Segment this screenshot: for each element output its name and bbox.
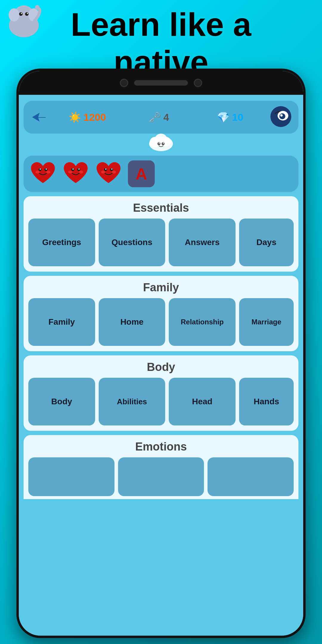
svg-point-4 bbox=[19, 12, 23, 16]
svg-point-32 bbox=[79, 171, 83, 174]
cloud-mascot-svg bbox=[148, 129, 174, 153]
letter-a: A bbox=[136, 165, 147, 183]
item-relationship[interactable]: Relationship bbox=[169, 298, 236, 346]
family-grid: Family Home Relationship Marriage bbox=[28, 298, 294, 346]
camera-right bbox=[194, 79, 202, 87]
svg-point-2 bbox=[9, 8, 19, 21]
letter-box-a[interactable]: A bbox=[128, 160, 155, 187]
svg-point-20 bbox=[163, 143, 164, 144]
item-hands[interactable]: Hands bbox=[239, 378, 294, 425]
svg-point-5 bbox=[25, 12, 29, 16]
item-emotion-3[interactable] bbox=[208, 457, 294, 496]
svg-point-38 bbox=[112, 171, 116, 174]
camera-left bbox=[120, 79, 128, 87]
phone-top-bar bbox=[19, 71, 303, 95]
svg-point-23 bbox=[40, 168, 41, 170]
svg-point-6 bbox=[21, 13, 22, 14]
emotions-grid bbox=[28, 457, 294, 496]
item-marriage[interactable]: Marriage bbox=[239, 298, 294, 346]
emotions-title: Emotions bbox=[28, 440, 294, 453]
svg-point-8 bbox=[35, 5, 40, 10]
svg-point-30 bbox=[78, 168, 80, 170]
body-grid: Body Abilities Head Hands bbox=[28, 378, 294, 425]
item-head[interactable]: Head bbox=[169, 378, 236, 425]
phone-frame: ☀️ 1200 🗝️ 4 💎 10 bbox=[16, 69, 306, 638]
heart-2 bbox=[62, 161, 89, 187]
svg-point-26 bbox=[46, 171, 50, 174]
mascot-elephant bbox=[4, 4, 43, 41]
svg-point-19 bbox=[159, 143, 160, 144]
key-icon: 🗝️ bbox=[148, 111, 161, 123]
gem-value: 10 bbox=[232, 112, 243, 123]
hearts-row: A bbox=[24, 156, 298, 192]
heart-3 bbox=[95, 161, 122, 187]
item-home[interactable]: Home bbox=[99, 298, 165, 346]
svg-point-12 bbox=[280, 114, 283, 117]
xp-value: 1200 bbox=[83, 112, 106, 123]
item-greetings[interactable]: Greetings bbox=[28, 219, 95, 266]
item-answers[interactable]: Answers bbox=[169, 219, 236, 266]
key-stat: 🗝️ 4 bbox=[128, 111, 190, 123]
item-questions[interactable]: Questions bbox=[99, 219, 165, 266]
body-title: Body bbox=[28, 361, 294, 374]
essentials-section: Essentials Greetings Questions Answers D… bbox=[24, 196, 298, 272]
gem-stat: 💎 10 bbox=[199, 111, 261, 123]
body-section: Body Body Abilities Head Hands bbox=[24, 355, 298, 431]
svg-point-29 bbox=[72, 168, 74, 170]
svg-point-11 bbox=[279, 113, 285, 119]
item-body[interactable]: Body bbox=[28, 378, 95, 425]
back-arrow-icon[interactable] bbox=[31, 111, 47, 123]
item-emotion-2[interactable] bbox=[118, 457, 204, 496]
item-emotion-1[interactable] bbox=[28, 457, 114, 496]
essentials-grid: Greetings Questions Answers Days bbox=[28, 219, 294, 266]
heart-1 bbox=[30, 161, 56, 187]
phone-screen: ☀️ 1200 🗝️ 4 💎 10 bbox=[19, 71, 303, 636]
svg-point-37 bbox=[101, 171, 105, 174]
family-section: Family Family Home Relationship Marriage bbox=[24, 276, 298, 351]
eye-mascot[interactable] bbox=[270, 106, 291, 128]
emotions-section: Emotions bbox=[24, 435, 298, 499]
item-days[interactable]: Days bbox=[239, 219, 294, 266]
key-value: 4 bbox=[163, 112, 169, 123]
svg-point-36 bbox=[111, 168, 112, 170]
svg-point-7 bbox=[27, 13, 28, 14]
phone-speaker bbox=[134, 80, 188, 86]
essentials-title: Essentials bbox=[28, 202, 294, 214]
gem-icon: 💎 bbox=[217, 111, 230, 123]
svg-point-31 bbox=[68, 171, 72, 174]
cloud-mascot-container bbox=[24, 129, 298, 153]
svg-point-24 bbox=[46, 168, 47, 170]
svg-point-25 bbox=[35, 171, 40, 174]
xp-icon: ☀️ bbox=[69, 111, 81, 123]
family-title: Family bbox=[28, 281, 294, 294]
xp-stat: ☀️ 1200 bbox=[56, 111, 119, 123]
screen-content[interactable]: ☀️ 1200 🗝️ 4 💎 10 bbox=[19, 95, 303, 636]
item-abilities[interactable]: Abilities bbox=[99, 378, 165, 425]
item-family[interactable]: Family bbox=[28, 298, 95, 346]
svg-point-35 bbox=[105, 168, 106, 170]
